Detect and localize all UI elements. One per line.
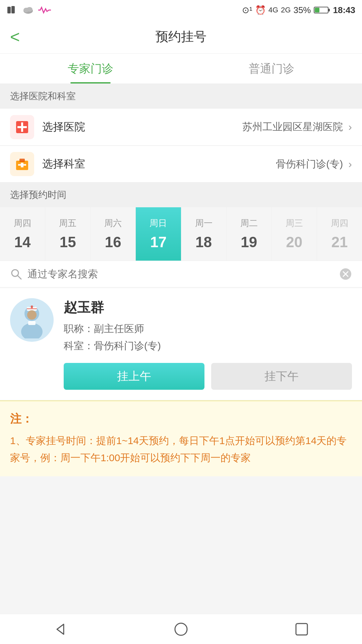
svg-point-25 bbox=[27, 310, 37, 320]
nav-recent-button[interactable] bbox=[288, 616, 315, 643]
calendar-row: 周四 14 周五 15 周六 16 周日 17 周一 18 周二 19 周三 2… bbox=[0, 207, 362, 261]
tab-expert[interactable]: 专家门诊 bbox=[0, 54, 181, 84]
battery-text: 35% bbox=[293, 5, 311, 15]
hospital-chevron-icon: › bbox=[348, 121, 352, 133]
search-bar bbox=[0, 261, 362, 287]
cal-day-sat16[interactable]: 周六 16 bbox=[90, 207, 136, 261]
svg-rect-10 bbox=[17, 126, 27, 128]
header: < 预约挂号 bbox=[0, 20, 362, 54]
doctor-name: 赵玉群 bbox=[64, 298, 352, 317]
nav-home-button[interactable] bbox=[168, 616, 194, 643]
svg-rect-6 bbox=[328, 9, 330, 11]
section-hospital-dept-header: 选择医院和科室 bbox=[0, 84, 362, 109]
dept-label: 选择科室 bbox=[42, 157, 85, 171]
sim-icon bbox=[7, 5, 19, 15]
svg-line-16 bbox=[17, 275, 21, 279]
svg-rect-12 bbox=[19, 159, 25, 162]
signal-2g: 2G bbox=[281, 6, 291, 14]
doctor-details: 赵玉群 职称：副主任医师 科室：骨伤科门诊(专) bbox=[64, 298, 352, 353]
notice-section: 注： 1、专家挂号时间：提前1~14天预约，每日下午1点开始可以预约第14天的专… bbox=[0, 400, 362, 476]
status-bar: ⊙¹ ⏰ 4G 2G 35% 18:43 bbox=[0, 0, 362, 20]
svg-rect-26 bbox=[28, 321, 36, 325]
cal-day-wed20[interactable]: 周三 20 bbox=[272, 207, 317, 261]
health-icon bbox=[38, 5, 51, 15]
dept-chevron-icon: › bbox=[348, 158, 352, 170]
cal-day-sun17[interactable]: 周日 17 bbox=[136, 207, 181, 261]
doctor-avatar bbox=[10, 298, 54, 342]
svg-rect-1 bbox=[11, 6, 15, 13]
svg-rect-7 bbox=[315, 8, 319, 12]
status-bar-left bbox=[7, 5, 51, 15]
svg-rect-14 bbox=[18, 164, 26, 166]
cal-day-fri15[interactable]: 周五 15 bbox=[45, 207, 90, 261]
notice-title: 注： bbox=[10, 411, 352, 427]
cal-day-thu21[interactable]: 周四 21 bbox=[317, 207, 362, 261]
notice-text: 1、专家挂号时间：提前1~14天预约，每日下午1点开始可以预约第14天的专家号，… bbox=[10, 432, 352, 466]
search-clear-icon[interactable] bbox=[339, 268, 352, 280]
tab-bar: 专家门诊 普通门诊 bbox=[0, 54, 362, 84]
search-input[interactable] bbox=[27, 268, 339, 280]
signal-4g: 4G bbox=[268, 6, 278, 14]
btn-afternoon[interactable]: 挂下午 bbox=[211, 363, 352, 390]
cloud-icon bbox=[22, 5, 34, 15]
status-bar-right: ⊙¹ ⏰ 4G 2G 35% 18:43 bbox=[242, 5, 355, 15]
page-title: 预约挂号 bbox=[156, 28, 206, 45]
back-button[interactable]: < bbox=[10, 27, 20, 47]
cal-day-thu14[interactable]: 周四 14 bbox=[0, 207, 45, 261]
svg-rect-0 bbox=[7, 7, 11, 13]
svg-rect-29 bbox=[296, 624, 307, 635]
dept-value: 骨伤科门诊(专) bbox=[92, 157, 343, 171]
svg-marker-27 bbox=[57, 624, 64, 634]
cal-day-mon18[interactable]: 周一 18 bbox=[181, 207, 227, 261]
alarm-icon: ⏰ bbox=[255, 5, 266, 15]
doctor-actions: 挂上午 挂下午 bbox=[64, 363, 352, 390]
doctor-card: 赵玉群 职称：副主任医师 科室：骨伤科门诊(专) 挂上午 挂下午 bbox=[0, 288, 362, 400]
doctor-dept: 科室：骨伤科门诊(专) bbox=[64, 339, 352, 353]
dept-icon bbox=[10, 152, 34, 176]
doctor-title: 职称：副主任医师 bbox=[64, 322, 352, 336]
btn-morning[interactable]: 挂上午 bbox=[64, 363, 204, 390]
svg-point-28 bbox=[175, 623, 187, 635]
svg-rect-23 bbox=[31, 306, 33, 308]
tab-general[interactable]: 普通门诊 bbox=[181, 54, 362, 84]
nav-back-button[interactable] bbox=[47, 616, 74, 643]
search-icon bbox=[10, 268, 22, 280]
battery-icon bbox=[314, 6, 330, 14]
dept-select-row[interactable]: 选择科室 骨伤科门诊(专) › bbox=[0, 146, 362, 182]
hospital-label: 选择医院 bbox=[42, 120, 85, 135]
svg-point-4 bbox=[26, 7, 33, 12]
hospital-select-row[interactable]: 选择医院 苏州工业园区星湖医院 › bbox=[0, 109, 362, 146]
hospital-value: 苏州工业园区星湖医院 bbox=[92, 120, 343, 134]
location-icon: ⊙¹ bbox=[242, 5, 252, 15]
doctor-info: 赵玉群 职称：副主任医师 科室：骨伤科门诊(专) bbox=[10, 298, 352, 353]
svg-point-21 bbox=[21, 323, 43, 338]
section-time-header: 选择预约时间 bbox=[0, 182, 362, 207]
svg-rect-24 bbox=[27, 308, 37, 309]
hospital-icon bbox=[10, 115, 34, 139]
cal-day-tue19[interactable]: 周二 19 bbox=[227, 207, 272, 261]
time-display: 18:43 bbox=[333, 5, 356, 15]
bottom-nav bbox=[0, 614, 362, 644]
